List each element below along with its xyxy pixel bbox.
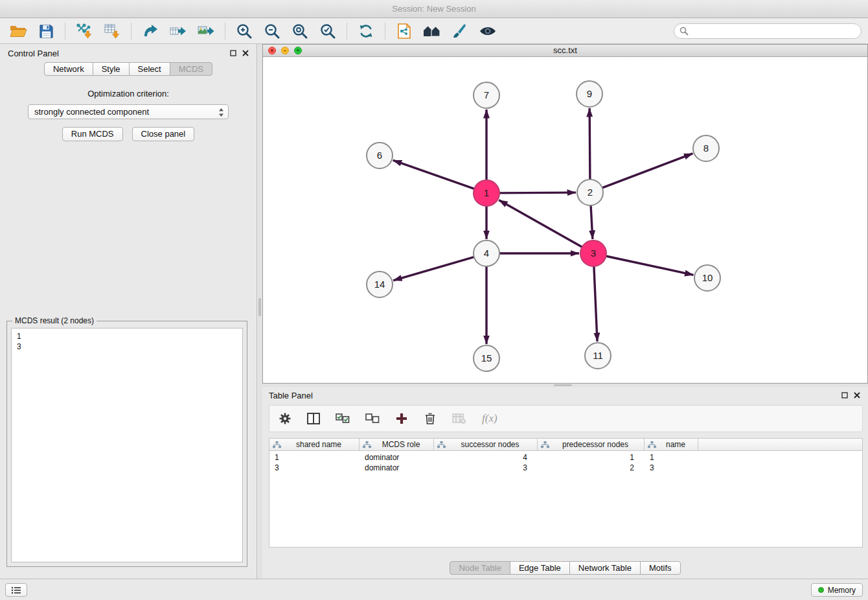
- zoom-fit-icon: [291, 23, 308, 40]
- column-header-shared-name[interactable]: shared name: [269, 439, 360, 450]
- cell-name: 1: [645, 453, 698, 462]
- close-table-panel-button[interactable]: [854, 392, 860, 398]
- tab-select[interactable]: Select: [129, 62, 170, 76]
- zoom-selected-button[interactable]: [316, 21, 339, 41]
- import-table-button[interactable]: [100, 21, 124, 41]
- mcds-result-view[interactable]: 1 3: [11, 328, 243, 562]
- svg-text:7: 7: [484, 89, 489, 100]
- node-3[interactable]: 3: [580, 240, 606, 266]
- edge-2-9[interactable]: [589, 108, 590, 179]
- edge-1-6[interactable]: [393, 160, 474, 189]
- edge-2-3[interactable]: [591, 205, 593, 239]
- memory-button[interactable]: Memory: [811, 583, 863, 597]
- show-columns-button[interactable]: [307, 413, 320, 424]
- table-tab-motifs[interactable]: Motifs: [640, 561, 681, 575]
- zoom-in-button[interactable]: [233, 21, 256, 41]
- import-network-button[interactable]: [73, 21, 96, 41]
- export-network-button[interactable]: [139, 21, 162, 41]
- table-tab-network-table[interactable]: Network Table: [569, 561, 641, 575]
- tab-style[interactable]: Style: [93, 62, 130, 76]
- fx-icon: f(x): [482, 412, 497, 425]
- edge-1-2[interactable]: [499, 192, 576, 193]
- edge-3-10[interactable]: [606, 256, 694, 275]
- column-header-predecessor-nodes[interactable]: predecessor nodes: [538, 439, 645, 450]
- unselect-all-icon: [365, 413, 380, 424]
- tab-mcds[interactable]: MCDS: [170, 62, 212, 76]
- column-header-MCDS-role[interactable]: MCDS role: [360, 439, 434, 450]
- node-10[interactable]: 10: [694, 265, 720, 291]
- close-panel-button[interactable]: [242, 50, 249, 56]
- save-session-button[interactable]: [34, 21, 58, 41]
- float-table-panel-button[interactable]: [841, 392, 848, 398]
- edge-2-8[interactable]: [602, 154, 693, 188]
- float-icon: [841, 392, 848, 398]
- edge-3-11[interactable]: [594, 266, 597, 341]
- float-panel-button[interactable]: [230, 50, 236, 56]
- search-field: [674, 23, 862, 39]
- table-settings-button[interactable]: [279, 412, 291, 425]
- node-14[interactable]: 14: [367, 271, 393, 297]
- window-close-button[interactable]: ×: [268, 47, 276, 54]
- refresh-icon: [358, 23, 374, 40]
- cell-name: 3: [645, 463, 698, 472]
- column-header-name[interactable]: name: [645, 439, 698, 450]
- zoom-out-button[interactable]: [260, 21, 284, 41]
- node-4[interactable]: 4: [474, 240, 499, 266]
- criterion-dropdown[interactable]: strongly connected component: [28, 104, 229, 119]
- vertical-splitter[interactable]: [258, 44, 262, 579]
- table-panel-title: Table Panel: [269, 391, 313, 400]
- svg-text:6: 6: [377, 150, 382, 161]
- zoom-fit-button[interactable]: [288, 21, 312, 41]
- tab-network[interactable]: Network: [44, 62, 93, 76]
- run-mcds-button[interactable]: Run MCDS: [62, 127, 123, 141]
- style-brush-icon: [451, 23, 468, 40]
- node-6[interactable]: 6: [367, 143, 393, 168]
- network-from-clipboard-button[interactable]: [393, 21, 416, 41]
- network-canvas[interactable]: 7968124314101511: [263, 57, 867, 383]
- search-input[interactable]: [674, 23, 862, 39]
- apply-style-button[interactable]: [448, 21, 472, 41]
- close-panel-button-lower[interactable]: Close panel: [132, 127, 195, 141]
- node-9[interactable]: 9: [577, 81, 602, 107]
- gear-icon: [279, 412, 291, 425]
- column-type-icon: [541, 441, 549, 448]
- show-hide-button[interactable]: [476, 21, 499, 41]
- column-header-successor-nodes[interactable]: successor nodes: [434, 439, 538, 450]
- mcds-result-group: MCDS result (2 nodes) 1 3: [6, 321, 247, 567]
- table-tab-edge-table[interactable]: Edge Table: [510, 561, 570, 575]
- window-zoom-button[interactable]: +: [294, 47, 302, 54]
- home-networks-button[interactable]: [420, 21, 444, 41]
- node-7[interactable]: 7: [474, 82, 499, 108]
- svg-text:1: 1: [484, 187, 489, 198]
- refresh-view-button[interactable]: [354, 21, 378, 41]
- export-table-button[interactable]: [166, 21, 190, 41]
- export-image-button[interactable]: [194, 21, 218, 41]
- table-tab-node-table[interactable]: Node Table: [450, 561, 510, 575]
- table-row[interactable]: 3dominator323: [269, 463, 862, 473]
- open-session-button[interactable]: [6, 21, 30, 41]
- node-15[interactable]: 15: [474, 345, 499, 371]
- edge-3-1[interactable]: [499, 200, 582, 247]
- task-history-button[interactable]: [5, 583, 27, 597]
- select-all-button[interactable]: [336, 413, 350, 424]
- node-2[interactable]: 2: [577, 179, 603, 205]
- control-panel-title: Control Panel: [8, 49, 59, 58]
- delete-table-button: [452, 413, 466, 424]
- node-1[interactable]: 1: [474, 180, 499, 206]
- node-11[interactable]: 11: [585, 343, 611, 369]
- cell-successor-nodes: 4: [434, 453, 538, 462]
- export-network-icon: [142, 23, 159, 40]
- delete-rows-button[interactable]: [424, 412, 437, 425]
- node-8[interactable]: 8: [693, 135, 719, 161]
- svg-text:14: 14: [374, 279, 385, 290]
- window-minimize-button[interactable]: −: [281, 47, 289, 54]
- unselect-all-button[interactable]: [365, 413, 380, 424]
- export-image-icon: [198, 23, 214, 40]
- table-row[interactable]: 1dominator411: [269, 452, 862, 463]
- cell-shared-name: 1: [269, 453, 360, 462]
- mcds-result-text: 1 3: [12, 329, 242, 354]
- svg-text:4: 4: [484, 248, 489, 259]
- edge-4-14[interactable]: [393, 257, 474, 281]
- float-icon: [230, 50, 236, 56]
- add-row-button[interactable]: [395, 412, 408, 425]
